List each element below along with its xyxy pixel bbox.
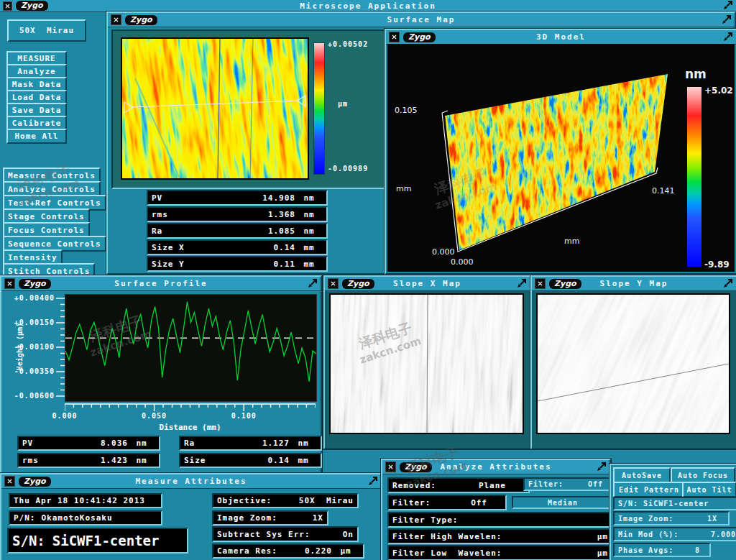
serial-number-field[interactable]: S/N: SiCWF1-center xyxy=(613,497,736,510)
zygo-logo: Zygo xyxy=(400,462,432,472)
part-number-field[interactable]: P/N: OkamotoKosaku xyxy=(9,510,162,525)
stat-unit: mm xyxy=(295,243,323,252)
auto-focus-button[interactable]: Auto Focus xyxy=(671,467,735,483)
axis-x-unit: mm xyxy=(564,237,579,246)
x-tick-label: 0.100 xyxy=(222,412,265,420)
colorbar-unit-label: nm xyxy=(685,67,707,81)
close-icon[interactable] xyxy=(535,278,546,289)
subtract-sys-err-field[interactable]: Subtract Sys Err: On xyxy=(212,526,359,542)
camera-res-field[interactable]: Camera Res: 0.220 µm xyxy=(212,543,364,559)
zygo-logo: Zygo xyxy=(19,279,51,289)
stat-unit: nm xyxy=(128,456,155,465)
field-label: Min Mod (%): xyxy=(618,531,678,538)
field-unit: µm xyxy=(597,532,608,541)
surface-map-image[interactable] xyxy=(121,37,309,180)
model-3d-colorbar xyxy=(687,87,702,267)
close-icon[interactable] xyxy=(385,462,396,472)
image-zoom-field[interactable]: Image Zoom: 1X xyxy=(613,511,730,525)
profile-x-axis-ticks xyxy=(65,403,316,412)
stat-unit: nm xyxy=(128,439,155,448)
pin-icon[interactable] xyxy=(723,279,733,289)
filter-status-field[interactable]: Filter: Off xyxy=(523,477,614,491)
analyze-attributes-titlebar: Zygo Analyze Attributes xyxy=(382,460,610,474)
objective-field[interactable]: Objective: 50X Mirau xyxy=(212,493,359,508)
app-titlebar: Zygo Microscope Application xyxy=(0,0,736,12)
metropro-screen: Zygo Microscope Application 50X Mirau ME… xyxy=(0,0,736,560)
stat-value: 0.14 xyxy=(274,243,296,252)
field-label: Objective: xyxy=(217,496,272,505)
stat-label: PV xyxy=(22,439,33,448)
field-value: 50X Mirau xyxy=(299,496,354,505)
home-all-button[interactable]: Home All xyxy=(6,129,67,144)
edit-pattern-button[interactable]: Edit Pattern xyxy=(613,482,685,497)
stat-unit: mm xyxy=(290,456,317,465)
slope-y-image[interactable] xyxy=(536,293,730,434)
profile-stat-rms: rms 1.423 nm xyxy=(17,453,160,468)
field-value: 8 xyxy=(695,546,700,554)
colorbar-min-label: -0.00989 xyxy=(328,165,368,173)
close-icon[interactable] xyxy=(111,14,121,25)
zygo-logo: Zygo xyxy=(19,477,51,487)
y-tick-label: -0.00600 xyxy=(10,392,55,400)
model-3d-title: 3D Model xyxy=(386,32,736,42)
field-label: S/N: xyxy=(12,533,45,548)
model-3d-window: Zygo 3D Model xyxy=(385,29,736,275)
pin-icon[interactable] xyxy=(722,15,732,25)
pin-icon[interactable] xyxy=(368,477,378,487)
profile-stat-pv: PV 8.036 nm xyxy=(17,436,160,451)
stat-value: 14.908 xyxy=(262,193,295,203)
pin-icon[interactable] xyxy=(308,279,318,289)
close-icon[interactable] xyxy=(328,278,339,289)
min-mod-field[interactable]: Min Mod (%): 7.000 xyxy=(613,527,736,541)
serial-number-field[interactable]: S/N: SiCWF1-center xyxy=(7,528,188,554)
axis-y-unit: mm xyxy=(396,184,411,193)
phase-avgs-field[interactable]: Phase Avgs: 8 xyxy=(613,543,711,557)
model-3d-canvas[interactable]: 0.105 mm 0.000 0.000 mm 0.141 nm +5.02 -… xyxy=(387,44,735,272)
field-label: Filter: xyxy=(528,480,564,488)
filter-field[interactable]: Filter: Off xyxy=(387,495,507,510)
close-icon[interactable] xyxy=(4,278,15,289)
pin-icon[interactable] xyxy=(597,462,607,472)
pin-icon[interactable] xyxy=(723,32,733,42)
autosave-button[interactable]: AutoSave xyxy=(613,467,671,483)
field-label: Subtract Sys Err: xyxy=(217,530,310,539)
median-button[interactable]: Median xyxy=(512,496,614,509)
profile-plot[interactable] xyxy=(65,294,317,402)
stat-ra: Ra 1.085 nm xyxy=(147,223,328,239)
profile-stat-size: Size 0.14 mm xyxy=(179,453,322,468)
axis-x-max: 0.141 xyxy=(652,186,675,196)
y-tick-label: +0.00400 xyxy=(10,294,55,302)
colorbar-min-label: -9.89 xyxy=(704,260,730,270)
auto-tilt-button[interactable]: Auto Tilt xyxy=(682,482,736,497)
stat-size-x: Size X 0.14 mm xyxy=(147,239,328,255)
axis-origin-b: 0.000 xyxy=(451,257,474,267)
close-icon[interactable] xyxy=(3,1,12,11)
field-value: 1X xyxy=(313,513,323,523)
pin-icon[interactable] xyxy=(723,1,733,11)
removed-field[interactable]: Removed: Plane xyxy=(387,477,530,493)
objective-button[interactable]: 50X Mirau xyxy=(7,19,86,42)
close-icon[interactable] xyxy=(4,476,15,487)
x-tick-label: 0.050 xyxy=(133,412,176,420)
stat-label: Size xyxy=(184,456,206,465)
surface-map-panel: +0.00502 µm -0.00989 xyxy=(111,29,387,189)
y-tick-label: -0.00100 xyxy=(10,343,55,351)
filter-type-field[interactable]: Filter Type: xyxy=(387,512,613,528)
close-icon[interactable] xyxy=(389,32,400,42)
pin-icon[interactable] xyxy=(517,279,527,289)
field-unit: µm xyxy=(597,548,608,558)
surface-profile-window: Zygo Surface Profile Height (µm) +0.0040… xyxy=(0,275,322,476)
field-label: Filter High Wavelen: xyxy=(392,532,502,541)
surface-profile-titlebar: Zygo Surface Profile xyxy=(1,277,321,291)
field-value: SiCWF1-center xyxy=(52,533,160,548)
filter-low-wavelen-field[interactable]: Filter Low Wavelen: µm xyxy=(387,545,613,560)
filter-high-wavelen-field[interactable]: Filter High Wavelen: µm xyxy=(387,528,613,544)
slope-x-image[interactable] xyxy=(329,293,524,434)
stat-value: 1.423 xyxy=(101,456,128,465)
timestamp-field: Thu Apr 18 10:41:42 2013 xyxy=(9,493,162,508)
field-label: Filter: xyxy=(392,498,431,508)
image-zoom-field[interactable]: Image Zoom: 1X xyxy=(212,510,328,525)
field-unit: µm xyxy=(332,546,359,556)
stat-label: rms xyxy=(152,210,168,219)
field-value: Off xyxy=(471,498,487,508)
